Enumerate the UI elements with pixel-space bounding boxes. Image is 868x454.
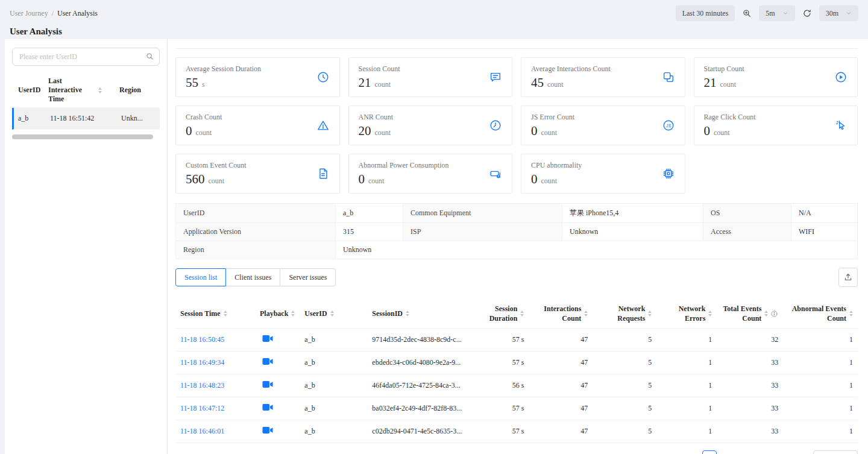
network-errors-cell: 1 <box>656 374 717 397</box>
sort-icon[interactable] <box>291 311 295 317</box>
metric-unit: count <box>368 177 385 186</box>
time-range-button[interactable]: Last 30 minutes <box>676 5 735 21</box>
interactions-cell: 47 <box>529 420 593 443</box>
warning-triangle-icon <box>316 119 330 132</box>
sort-icon[interactable] <box>849 311 853 317</box>
tab-server-issues[interactable]: Server issues <box>280 268 336 286</box>
abnormal-events-cell: 1 <box>783 397 858 420</box>
page-size-select[interactable]: 5 / page <box>813 450 858 454</box>
metric-unit: s <box>202 80 205 89</box>
metric-unit: count <box>720 80 737 89</box>
sort-icon[interactable] <box>98 87 102 93</box>
metric-value: 560 <box>186 172 205 187</box>
metric-unit: count <box>714 128 730 137</box>
metric-card-abnormal-power: Abnormal Power Consumption 0count <box>348 154 513 194</box>
session-time-link[interactable]: 11-18 16:49:34 <box>180 358 224 367</box>
playback-video-icon[interactable] <box>260 358 273 365</box>
user-row[interactable]: a_b 11-18 16:51:42 Unkn... <box>12 108 160 130</box>
refresh-icon[interactable] <box>801 7 813 19</box>
tab-session-list[interactable]: Session list <box>175 268 226 286</box>
interval-select[interactable]: 5m <box>759 5 794 21</box>
page-3-button[interactable]: 3 <box>741 450 755 454</box>
column-last-interactive-time: Last Interactive Time <box>48 77 95 104</box>
total-events-cell: 32 <box>717 329 783 352</box>
metric-unit: count <box>541 128 558 137</box>
network-requests-cell: 5 <box>593 329 656 352</box>
user-id-cell: a_b <box>14 114 50 123</box>
metric-value: 21 <box>704 75 717 90</box>
metric-card-avg-session-duration: Average Session Duration 55s <box>175 57 340 97</box>
horizontal-scrollbar[interactable] <box>12 134 153 139</box>
breadcrumb-separator: / <box>52 9 54 18</box>
sort-icon[interactable] <box>406 311 409 317</box>
search-input[interactable] <box>12 48 160 66</box>
user-details-table: UserID a_b Common Equipment 苹果 iPhone15,… <box>175 203 858 259</box>
column-sessionid: SessionID <box>372 309 403 318</box>
duration-cell: 57 s <box>471 352 529 374</box>
sort-icon[interactable] <box>648 311 652 317</box>
sort-icon[interactable] <box>584 311 588 317</box>
page-1-button[interactable]: 1 <box>702 450 717 454</box>
sort-icon[interactable] <box>764 311 768 317</box>
session-time-link[interactable]: 11-18 16:47:12 <box>180 404 224 412</box>
detail-label: ISP <box>403 223 562 241</box>
user-table-header: UserID Last Interactive Time Region <box>12 73 160 108</box>
detail-label: Region <box>176 241 336 259</box>
playback-video-icon[interactable] <box>260 403 273 411</box>
sessionid-cell: c02db294-0471-4e5c-8635-3... <box>367 420 471 443</box>
sort-icon[interactable] <box>330 311 334 317</box>
metric-card-crash-count: Crash Count 0count <box>175 106 340 145</box>
detail-value: 315 <box>336 223 403 241</box>
abnormal-events-cell: 1 <box>783 420 858 443</box>
session-row[interactable]: 11-18 16:46:01 a_b c02db294-0471-4e5c-86… <box>175 420 858 443</box>
network-requests-cell: 5 <box>593 352 656 374</box>
refresh-interval-select[interactable]: 30m <box>819 5 858 21</box>
session-row[interactable]: 11-18 16:49:34 a_b ebdedc34-c06d-4080-9e… <box>175 352 858 374</box>
abnormal-events-cell: 1 <box>783 374 858 397</box>
page-5-button[interactable]: 5 <box>779 450 794 454</box>
tab-client-issues[interactable]: Client issues <box>225 268 280 286</box>
session-row[interactable]: 11-18 16:50:45 a_b 9714d35d-2dec-4838-8c… <box>175 329 858 352</box>
column-playback: Playback <box>260 309 288 318</box>
zoom-icon[interactable] <box>741 7 753 19</box>
page-2-button[interactable]: 2 <box>722 450 736 454</box>
metric-card-avg-interactions: Average Interactions Count 45count <box>521 57 685 97</box>
detail-value: 苹果 iPhone15,4 <box>562 204 703 223</box>
breadcrumb-user-journey[interactable]: User Journey <box>10 9 48 18</box>
session-time-link[interactable]: 11-18 16:48:23 <box>180 381 224 389</box>
duration-cell: 57 s <box>471 329 529 352</box>
metric-label: Rage Click Count <box>704 113 756 122</box>
sort-icon[interactable] <box>520 311 524 317</box>
playback-video-icon[interactable] <box>260 426 273 434</box>
info-icon[interactable] <box>770 310 778 318</box>
session-time-link[interactable]: 11-18 16:50:45 <box>180 335 224 344</box>
userid-cell: a_b <box>300 329 367 352</box>
metric-value: 55 <box>186 75 198 90</box>
upload-icon <box>843 273 853 282</box>
playback-video-icon[interactable] <box>260 335 273 342</box>
metric-label: CPU abnormality <box>531 161 582 170</box>
play-circle-icon <box>834 71 848 84</box>
metric-cards: Average Session Duration 55s Session Cou… <box>175 57 858 194</box>
page-4-button[interactable]: 4 <box>760 450 775 454</box>
metric-label: ANR Count <box>359 113 394 122</box>
session-row[interactable]: 11-18 16:48:23 a_b 46f4da05-712e-4725-84… <box>175 374 858 397</box>
total-events-cell: 33 <box>717 397 783 420</box>
metric-value: 0 <box>531 124 538 139</box>
metric-unit: count <box>547 80 564 89</box>
sort-icon[interactable] <box>708 311 712 317</box>
breadcrumb-user-analysis: User Analysis <box>57 9 98 18</box>
detail-value: N/A <box>791 204 857 223</box>
detail-label: UserID <box>176 204 336 223</box>
user-list-panel: UserID Last Interactive Time Region a_b … <box>5 39 168 454</box>
breadcrumb: User Journey / User Analysis <box>10 9 98 18</box>
detail-label: Access <box>703 223 791 241</box>
export-button[interactable] <box>838 268 858 287</box>
session-row[interactable]: 11-18 16:47:12 a_b ba032ef4-2c49-4df7-82… <box>175 397 858 420</box>
metric-card-anr-count: ANR Count 20count <box>348 106 513 145</box>
session-time-link[interactable]: 11-18 16:46:01 <box>180 427 224 435</box>
playback-video-icon[interactable] <box>260 380 273 388</box>
column-network-requests: Network Requests <box>597 304 645 323</box>
sort-icon[interactable] <box>224 311 227 317</box>
metric-label: Average Session Duration <box>186 65 261 74</box>
